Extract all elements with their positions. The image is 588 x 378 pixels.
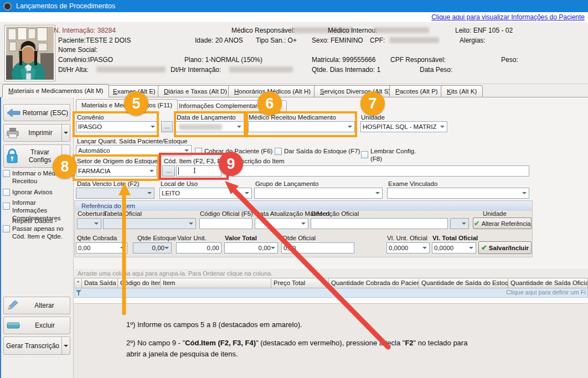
sexo-field: Sexo: FEMININO [312, 37, 363, 44]
qtde-estoque-select: 0,00 [133, 242, 172, 253]
convenio-select[interactable]: IPASGO [76, 121, 158, 132]
callout-6: 6 [257, 91, 282, 116]
cpf-label: CPF: [370, 37, 385, 44]
lancamentos-window: Lançamentos de Procedimentos Clique aqui… [0, 0, 588, 378]
medico-internou-redacted [374, 27, 429, 33]
lembrar-config-checkbox[interactable] [361, 151, 368, 158]
retornar-label: Retornar (ESC) [21, 109, 70, 117]
grid-groupby-bar[interactable]: Arraste uma coluna aqui para agrupa-la. … [74, 269, 588, 278]
printer-icon [6, 127, 19, 138]
excluir-label: Excluir [20, 322, 70, 329]
patient-info-link[interactable]: Clique aqui para visualizar Informações … [431, 13, 585, 21]
retornar-button[interactable]: Retornar (ESC) [3, 104, 70, 121]
tab-label: iárias e Taxas (Alt D) [168, 88, 227, 95]
alterar-button[interactable]: Alterar [3, 297, 70, 314]
gerar-dropdown[interactable] [61, 337, 70, 354]
cobrar-paciente-checkbox[interactable] [195, 148, 202, 155]
grupo-lancamento-label: Grupo de Lançamento [255, 180, 318, 187]
gerar-transcricao-button[interactable]: Gerar Transcrição [3, 336, 70, 355]
local-uso-value: LEITO [160, 190, 245, 196]
tab-servicos-diversos[interactable]: Serviços Diversos (Alt S) [314, 85, 396, 97]
leito-field: Leito: ENF 105 - 02 [455, 27, 513, 34]
cod-item-browse-button[interactable]: ... [162, 165, 175, 177]
checkbox-ignorar-avisos[interactable]: Ignorar Avisos [3, 188, 71, 196]
grid-col-qtd-saida-estoque[interactable]: Quantidade de Saída do Estoque [419, 278, 508, 288]
green-check-icon: ✔ [481, 244, 487, 252]
n-internacao-field: N. Internação: 38284 [54, 27, 116, 34]
valor-total-value: 0,00 [225, 245, 271, 251]
pencil-icon [7, 300, 19, 311]
chevron-down-icon [149, 170, 154, 174]
qtde-cobrada-select[interactable]: 0,00 [76, 242, 127, 253]
medico-receitou-select[interactable] [248, 121, 355, 132]
vl-total-oficial-select[interactable]: 0,0000 [432, 242, 476, 253]
grid-col-codigo-item[interactable]: Código do Item [118, 278, 161, 288]
back-arrow-icon [7, 108, 21, 117]
chevron-down-icon [348, 126, 352, 130]
lancar-quant-select[interactable]: Automático [76, 145, 192, 156]
idade-value: 20 ANOS [215, 37, 243, 44]
alterar-label: Alterar [19, 302, 70, 309]
tab-diarias-taxas[interactable]: Diárias e Taxas (Alt D) [158, 85, 233, 97]
excluir-button[interactable]: Excluir [3, 317, 70, 334]
vl-unt-oficial-select[interactable]: 0,0000 [386, 242, 430, 253]
imprimir-button[interactable]: Imprimir [3, 124, 70, 142]
imprimir-dropdown[interactable] [61, 125, 70, 141]
setor-origem-value: FARMÁCIA [76, 168, 149, 174]
salvar-incluir-label: Salvar/Incluir [489, 245, 529, 251]
alterar-referencia-button[interactable]: ✔Alterar Referência [473, 218, 532, 229]
grid-col-item[interactable]: Item [161, 278, 271, 288]
codigo-oficial-input[interactable] [199, 218, 252, 229]
unidade-select[interactable]: HOSPITAL SQL - MATRIZ [360, 121, 447, 132]
nome-social-label: Nome Social: [58, 46, 97, 54]
eraser-icon [7, 322, 20, 329]
tab-label: M [8, 87, 14, 94]
dar-saida-checkbox[interactable] [275, 148, 282, 155]
checkbox-icon[interactable] [3, 203, 10, 210]
n-internacao-value: 38284 [97, 27, 116, 34]
grid-col-preco-total[interactable]: Preço Total [271, 278, 329, 288]
tipo-san-label: Tipo San.: [256, 37, 286, 44]
window-border [0, 97, 1, 378]
grid-col-qtd-cobrada[interactable]: Quantidade Cobrada do Paciente [329, 278, 419, 288]
convenio-browse-button[interactable]: ... [161, 121, 173, 132]
grupo-lancamento-select[interactable] [254, 188, 383, 199]
checkbox-icon[interactable] [3, 170, 10, 177]
leito-value: ENF 105 - 02 [473, 27, 513, 34]
tab-pacotes[interactable]: Pacotes (Alt P) [389, 85, 444, 97]
grid-col-data-saida[interactable]: Data Saída [82, 278, 118, 288]
salvar-incluir-button[interactable]: ✔Salvar/Incluir [478, 241, 532, 254]
tabela-oficial-label: Tabela Oficial [104, 210, 142, 217]
checkbox-icon[interactable] [3, 225, 10, 232]
cobertura-label: Cobertura [78, 210, 106, 217]
idade-label: Idade: [195, 37, 213, 44]
grid-filter-row[interactable]: Clique aqui para definir um Fi [74, 288, 588, 298]
chevron-down-icon [147, 192, 152, 196]
exame-vinculado-select[interactable] [387, 188, 529, 199]
cobertura-select [77, 218, 101, 229]
green-check-icon: ✔ [474, 219, 480, 227]
cod-item-input[interactable] [176, 165, 221, 177]
checkbox-repetir-dados[interactable]: Repetir Dados - Passar apenas no Cód. It… [3, 217, 71, 240]
tab-kits[interactable]: Kits (Alt K) [441, 85, 483, 97]
qtde-oficial-input[interactable]: 0,00 [281, 242, 354, 253]
valor-unit-input[interactable]: 0,00 [176, 242, 221, 253]
descricao-oficial-input[interactable] [311, 218, 448, 229]
local-uso-select[interactable]: LEITO [159, 188, 252, 199]
window-title: Lançamentos de Procedimentos [16, 2, 115, 10]
grid-col-qtd-saida-oficial[interactable]: Quantidade de Saída Oficial [508, 278, 588, 288]
data-atualizacao-select[interactable] [255, 218, 308, 229]
setor-origem-select[interactable]: FARMÁCIA [76, 165, 157, 177]
checkbox-icon[interactable] [3, 189, 10, 196]
app-icon [3, 2, 12, 11]
local-uso-label: Local de Uso [161, 180, 198, 187]
referencia-item-header: Referência do Item [75, 201, 532, 211]
filter-hint: Clique aqui para definir um Fi [506, 289, 586, 296]
paciente-field: Paciente:TESTE 2 DOIS [58, 37, 131, 44]
descricao-item-input[interactable] [232, 165, 529, 177]
matricula-field: Matricula: 999555666 [312, 56, 375, 64]
tab-materiais-medicamentos[interactable]: Materiais e Medicamentos (Alt M) [2, 84, 109, 97]
valor-total-select[interactable]: 0,00 [224, 242, 278, 253]
convenio-hdr-label: Convênio: [58, 56, 88, 64]
text-caret [178, 167, 179, 175]
